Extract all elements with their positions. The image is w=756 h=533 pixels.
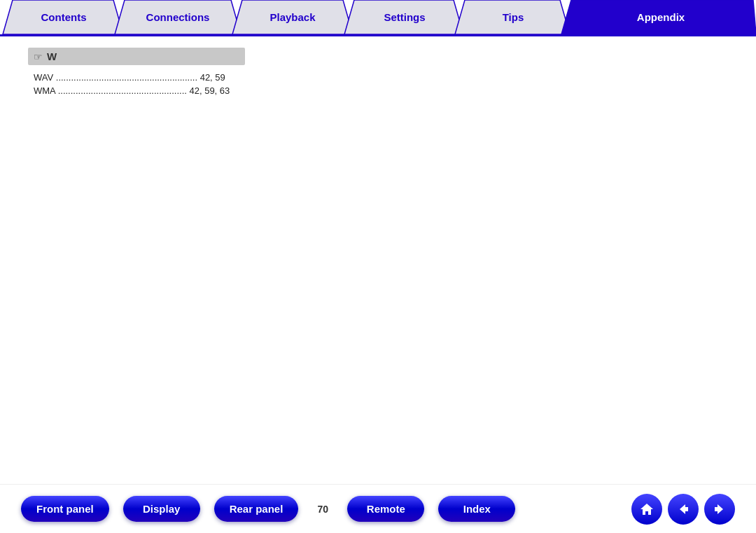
remote-button[interactable]: Remote [347,496,424,522]
svg-marker-13 [680,504,688,514]
section-icon: ☞ [34,51,43,62]
index-entry-wav: WAV ....................................… [28,71,728,84]
section-letter: W [47,50,57,62]
front-panel-button[interactable]: Front panel [21,496,109,522]
back-button[interactable] [668,494,699,525]
rear-panel-button[interactable]: Rear panel [214,496,299,522]
entry-term-wav: WAV ....................................… [34,72,225,83]
next-button[interactable] [704,494,735,525]
display-button[interactable]: Display [123,496,200,522]
bottom-bar: Front panel Display Rear panel 70 Remote… [0,484,756,533]
index-entry-wma: WMA ....................................… [28,84,728,97]
svg-marker-12 [640,504,653,515]
content-area: ☞ W WAV ................................… [0,36,756,109]
section-header-w: ☞ W [28,48,245,65]
index-button[interactable]: Index [438,496,515,522]
navigation-icons [631,494,735,525]
home-button[interactable] [631,494,662,525]
svg-marker-14 [715,504,723,514]
page-number: 70 [312,504,333,515]
entry-term-wma: WMA ....................................… [34,85,230,96]
